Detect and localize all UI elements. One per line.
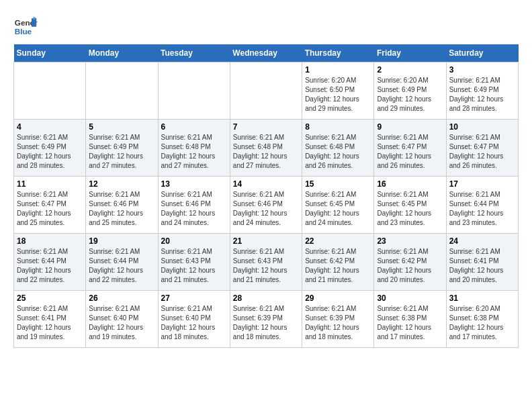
- day-cell: 4Sunrise: 6:21 AMSunset: 6:49 PMDaylight…: [14, 120, 86, 177]
- day-number: 24: [449, 236, 515, 246]
- day-info: Sunrise: 6:21 AMSunset: 6:46 PMDaylight:…: [89, 190, 154, 228]
- day-cell: [14, 62, 86, 120]
- day-info: Sunrise: 6:21 AMSunset: 6:40 PMDaylight:…: [161, 304, 227, 342]
- day-cell: 8Sunrise: 6:21 AMSunset: 6:48 PMDaylight…: [302, 120, 374, 177]
- day-cell: [230, 62, 302, 120]
- day-number: 22: [305, 236, 371, 246]
- page-header: General Blue: [13, 13, 519, 38]
- day-cell: 31Sunrise: 6:20 AMSunset: 6:38 PMDayligh…: [446, 291, 518, 348]
- day-info: Sunrise: 6:21 AMSunset: 6:48 PMDaylight:…: [233, 133, 299, 171]
- day-header-saturday: Saturday: [446, 44, 518, 62]
- day-cell: 3Sunrise: 6:21 AMSunset: 6:49 PMDaylight…: [446, 62, 518, 120]
- day-number: 12: [89, 179, 154, 189]
- day-number: 11: [17, 179, 83, 189]
- day-info: Sunrise: 6:21 AMSunset: 6:42 PMDaylight:…: [305, 247, 371, 285]
- day-cell: 7Sunrise: 6:21 AMSunset: 6:48 PMDaylight…: [230, 120, 302, 177]
- day-cell: [86, 62, 158, 120]
- day-cell: 24Sunrise: 6:21 AMSunset: 6:41 PMDayligh…: [446, 234, 518, 291]
- day-header-wednesday: Wednesday: [230, 44, 302, 62]
- day-number: 3: [449, 65, 515, 75]
- day-cell: 28Sunrise: 6:21 AMSunset: 6:39 PMDayligh…: [230, 291, 302, 348]
- day-number: 30: [377, 293, 443, 303]
- day-number: 10: [449, 122, 515, 132]
- logo-icon: General Blue: [13, 13, 38, 38]
- day-info: Sunrise: 6:21 AMSunset: 6:49 PMDaylight:…: [17, 133, 83, 171]
- day-cell: 30Sunrise: 6:21 AMSunset: 6:38 PMDayligh…: [374, 291, 446, 348]
- day-info: Sunrise: 6:21 AMSunset: 6:39 PMDaylight:…: [233, 304, 299, 342]
- day-number: 23: [377, 236, 443, 246]
- day-number: 29: [305, 293, 371, 303]
- day-number: 20: [161, 236, 227, 246]
- day-info: Sunrise: 6:21 AMSunset: 6:41 PMDaylight:…: [449, 247, 515, 285]
- day-info: Sunrise: 6:20 AMSunset: 6:49 PMDaylight:…: [377, 76, 443, 113]
- week-row-3: 11Sunrise: 6:21 AMSunset: 6:47 PMDayligh…: [14, 177, 519, 234]
- day-number: 7: [233, 122, 299, 132]
- day-cell: 26Sunrise: 6:21 AMSunset: 6:40 PMDayligh…: [86, 291, 158, 348]
- day-cell: 29Sunrise: 6:21 AMSunset: 6:39 PMDayligh…: [302, 291, 374, 348]
- day-number: 14: [233, 179, 299, 189]
- day-number: 9: [377, 122, 443, 132]
- day-number: 16: [377, 179, 443, 189]
- day-info: Sunrise: 6:21 AMSunset: 6:38 PMDaylight:…: [377, 304, 443, 342]
- svg-text:Blue: Blue: [15, 27, 32, 36]
- week-row-4: 18Sunrise: 6:21 AMSunset: 6:44 PMDayligh…: [14, 234, 519, 291]
- day-cell: 12Sunrise: 6:21 AMSunset: 6:46 PMDayligh…: [86, 177, 158, 234]
- day-cell: 16Sunrise: 6:21 AMSunset: 6:45 PMDayligh…: [374, 177, 446, 234]
- day-cell: 5Sunrise: 6:21 AMSunset: 6:49 PMDaylight…: [86, 120, 158, 177]
- day-info: Sunrise: 6:21 AMSunset: 6:48 PMDaylight:…: [161, 133, 227, 171]
- day-cell: 11Sunrise: 6:21 AMSunset: 6:47 PMDayligh…: [14, 177, 86, 234]
- day-info: Sunrise: 6:21 AMSunset: 6:45 PMDaylight:…: [377, 190, 443, 228]
- day-cell: [158, 62, 230, 120]
- week-row-5: 25Sunrise: 6:21 AMSunset: 6:41 PMDayligh…: [14, 291, 519, 348]
- day-cell: 2Sunrise: 6:20 AMSunset: 6:49 PMDaylight…: [374, 62, 446, 120]
- day-number: 19: [89, 236, 154, 246]
- day-info: Sunrise: 6:21 AMSunset: 6:39 PMDaylight:…: [305, 304, 371, 342]
- day-cell: 10Sunrise: 6:21 AMSunset: 6:47 PMDayligh…: [446, 120, 518, 177]
- day-cell: 1Sunrise: 6:20 AMSunset: 6:50 PMDaylight…: [302, 62, 374, 120]
- day-info: Sunrise: 6:20 AMSunset: 6:50 PMDaylight:…: [305, 76, 371, 113]
- calendar-table: SundayMondayTuesdayWednesdayThursdayFrid…: [13, 44, 519, 348]
- day-cell: 9Sunrise: 6:21 AMSunset: 6:47 PMDaylight…: [374, 120, 446, 177]
- day-number: 27: [161, 293, 227, 303]
- day-number: 18: [17, 236, 83, 246]
- day-cell: 21Sunrise: 6:21 AMSunset: 6:43 PMDayligh…: [230, 234, 302, 291]
- day-info: Sunrise: 6:21 AMSunset: 6:43 PMDaylight:…: [233, 247, 299, 285]
- week-row-2: 4Sunrise: 6:21 AMSunset: 6:49 PMDaylight…: [14, 120, 519, 177]
- day-header-thursday: Thursday: [302, 44, 374, 62]
- day-number: 28: [233, 293, 299, 303]
- logo: General Blue: [13, 13, 38, 38]
- day-cell: 19Sunrise: 6:21 AMSunset: 6:44 PMDayligh…: [86, 234, 158, 291]
- day-cell: 15Sunrise: 6:21 AMSunset: 6:45 PMDayligh…: [302, 177, 374, 234]
- day-info: Sunrise: 6:21 AMSunset: 6:43 PMDaylight:…: [161, 247, 227, 285]
- day-info: Sunrise: 6:21 AMSunset: 6:49 PMDaylight:…: [449, 76, 515, 113]
- day-info: Sunrise: 6:21 AMSunset: 6:44 PMDaylight:…: [89, 247, 154, 285]
- day-info: Sunrise: 6:21 AMSunset: 6:46 PMDaylight:…: [161, 190, 227, 228]
- day-header-friday: Friday: [374, 44, 446, 62]
- day-cell: 23Sunrise: 6:21 AMSunset: 6:42 PMDayligh…: [374, 234, 446, 291]
- day-number: 17: [449, 179, 515, 189]
- day-info: Sunrise: 6:21 AMSunset: 6:44 PMDaylight:…: [449, 190, 515, 228]
- day-number: 21: [233, 236, 299, 246]
- day-cell: 14Sunrise: 6:21 AMSunset: 6:46 PMDayligh…: [230, 177, 302, 234]
- day-cell: 13Sunrise: 6:21 AMSunset: 6:46 PMDayligh…: [158, 177, 230, 234]
- day-info: Sunrise: 6:21 AMSunset: 6:48 PMDaylight:…: [305, 133, 371, 171]
- header-row: SundayMondayTuesdayWednesdayThursdayFrid…: [14, 44, 519, 62]
- day-cell: 22Sunrise: 6:21 AMSunset: 6:42 PMDayligh…: [302, 234, 374, 291]
- day-info: Sunrise: 6:21 AMSunset: 6:41 PMDaylight:…: [17, 304, 83, 342]
- day-info: Sunrise: 6:21 AMSunset: 6:44 PMDaylight:…: [17, 247, 83, 285]
- day-info: Sunrise: 6:21 AMSunset: 6:42 PMDaylight:…: [377, 247, 443, 285]
- day-number: 25: [17, 293, 83, 303]
- day-number: 15: [305, 179, 371, 189]
- day-number: 13: [161, 179, 227, 189]
- day-number: 2: [377, 65, 443, 75]
- day-info: Sunrise: 6:21 AMSunset: 6:40 PMDaylight:…: [89, 304, 154, 342]
- day-number: 8: [305, 122, 371, 132]
- day-number: 6: [161, 122, 227, 132]
- day-cell: 6Sunrise: 6:21 AMSunset: 6:48 PMDaylight…: [158, 120, 230, 177]
- day-header-sunday: Sunday: [14, 44, 86, 62]
- day-number: 4: [17, 122, 83, 132]
- day-info: Sunrise: 6:21 AMSunset: 6:46 PMDaylight:…: [233, 190, 299, 228]
- day-cell: 25Sunrise: 6:21 AMSunset: 6:41 PMDayligh…: [14, 291, 86, 348]
- day-cell: 20Sunrise: 6:21 AMSunset: 6:43 PMDayligh…: [158, 234, 230, 291]
- day-info: Sunrise: 6:21 AMSunset: 6:47 PMDaylight:…: [449, 133, 515, 171]
